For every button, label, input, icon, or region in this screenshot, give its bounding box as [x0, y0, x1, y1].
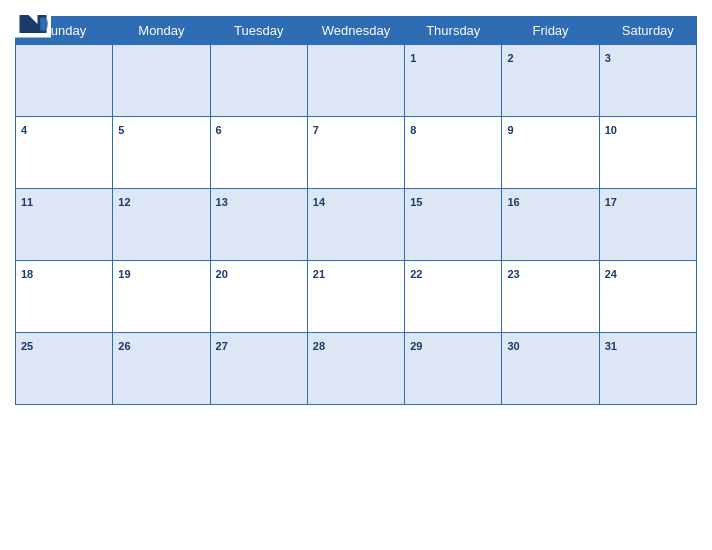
day-number: 24 [605, 268, 617, 280]
calendar-cell: 10 [599, 117, 696, 189]
calendar-cell: 2 [502, 45, 599, 117]
weekday-header-saturday: Saturday [599, 17, 696, 45]
day-number: 4 [21, 124, 27, 136]
day-number: 23 [507, 268, 519, 280]
day-number: 19 [118, 268, 130, 280]
calendar-cell: 5 [113, 117, 210, 189]
calendar-cell: 18 [16, 261, 113, 333]
day-number: 16 [507, 196, 519, 208]
weekday-header-tuesday: Tuesday [210, 17, 307, 45]
calendar-cell: 17 [599, 189, 696, 261]
day-number: 15 [410, 196, 422, 208]
day-number: 31 [605, 340, 617, 352]
day-number: 17 [605, 196, 617, 208]
day-number: 11 [21, 196, 33, 208]
calendar-cell: 20 [210, 261, 307, 333]
calendar-cell: 15 [405, 189, 502, 261]
day-number: 3 [605, 52, 611, 64]
day-number: 5 [118, 124, 124, 136]
calendar-cell: 30 [502, 333, 599, 405]
calendar-cell: 7 [307, 117, 404, 189]
day-number: 20 [216, 268, 228, 280]
calendar-cell: 14 [307, 189, 404, 261]
calendar-cell: 8 [405, 117, 502, 189]
day-number: 1 [410, 52, 416, 64]
weekday-header-thursday: Thursday [405, 17, 502, 45]
day-number: 8 [410, 124, 416, 136]
calendar-table: SundayMondayTuesdayWednesdayThursdayFrid… [15, 16, 697, 405]
day-number: 30 [507, 340, 519, 352]
calendar-cell: 23 [502, 261, 599, 333]
calendar-cell: 1 [405, 45, 502, 117]
day-number: 7 [313, 124, 319, 136]
calendar-cell: 26 [113, 333, 210, 405]
day-number: 28 [313, 340, 325, 352]
calendar-cell: 21 [307, 261, 404, 333]
day-number: 29 [410, 340, 422, 352]
calendar-cell: 27 [210, 333, 307, 405]
day-number: 21 [313, 268, 325, 280]
calendar-cell: 4 [16, 117, 113, 189]
day-number: 13 [216, 196, 228, 208]
calendar-cell [307, 45, 404, 117]
day-number: 26 [118, 340, 130, 352]
calendar-cell: 24 [599, 261, 696, 333]
day-number: 10 [605, 124, 617, 136]
day-number: 18 [21, 268, 33, 280]
day-number: 25 [21, 340, 33, 352]
calendar-cell: 3 [599, 45, 696, 117]
weekday-header-friday: Friday [502, 17, 599, 45]
calendar-cell: 31 [599, 333, 696, 405]
calendar-cell: 29 [405, 333, 502, 405]
calendar-cell: 9 [502, 117, 599, 189]
weekday-header-monday: Monday [113, 17, 210, 45]
day-number: 12 [118, 196, 130, 208]
day-number: 22 [410, 268, 422, 280]
calendar-cell: 6 [210, 117, 307, 189]
calendar-cell [16, 45, 113, 117]
calendar-cell: 11 [16, 189, 113, 261]
calendar-cell: 16 [502, 189, 599, 261]
day-number: 14 [313, 196, 325, 208]
calendar-cell: 13 [210, 189, 307, 261]
logo [15, 10, 51, 38]
day-number: 27 [216, 340, 228, 352]
day-number: 9 [507, 124, 513, 136]
calendar-cell: 12 [113, 189, 210, 261]
calendar-cell: 28 [307, 333, 404, 405]
calendar-cell: 22 [405, 261, 502, 333]
calendar-cell [210, 45, 307, 117]
weekday-header-wednesday: Wednesday [307, 17, 404, 45]
calendar-cell [113, 45, 210, 117]
day-number: 2 [507, 52, 513, 64]
calendar-cell: 19 [113, 261, 210, 333]
day-number: 6 [216, 124, 222, 136]
calendar-cell: 25 [16, 333, 113, 405]
